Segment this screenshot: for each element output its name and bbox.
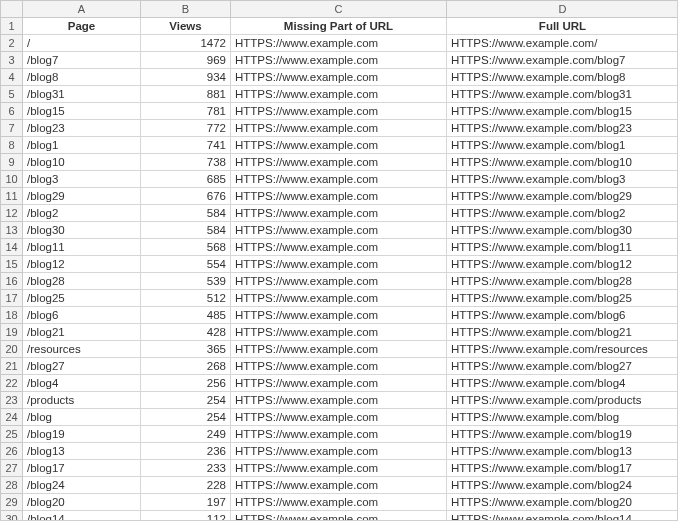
cell-page[interactable]: /blog13 — [23, 443, 141, 460]
cell-page[interactable]: /blog29 — [23, 188, 141, 205]
cell-missing-url[interactable]: HTTPS://www.example.com — [231, 460, 447, 477]
cell-page[interactable]: /blog24 — [23, 477, 141, 494]
cell-missing-url[interactable]: HTTPS://www.example.com — [231, 324, 447, 341]
cell-views[interactable]: 934 — [141, 69, 231, 86]
cell-views[interactable]: 676 — [141, 188, 231, 205]
row-header[interactable]: 2 — [1, 35, 23, 52]
header-cell-page[interactable]: Page — [23, 18, 141, 35]
cell-full-url[interactable]: HTTPS://www.example.com/blog23 — [447, 120, 679, 137]
cell-full-url[interactable]: HTTPS://www.example.com/blog14 — [447, 511, 679, 522]
cell-views[interactable]: 554 — [141, 256, 231, 273]
header-cell-views[interactable]: Views — [141, 18, 231, 35]
cell-page[interactable]: /blog8 — [23, 69, 141, 86]
cell-full-url[interactable]: HTTPS://www.example.com/blog30 — [447, 222, 679, 239]
cell-views[interactable]: 539 — [141, 273, 231, 290]
cell-missing-url[interactable]: HTTPS://www.example.com — [231, 154, 447, 171]
row-header[interactable]: 16 — [1, 273, 23, 290]
cell-full-url[interactable]: HTTPS://www.example.com/blog11 — [447, 239, 679, 256]
header-cell-missing[interactable]: Missing Part of URL — [231, 18, 447, 35]
row-header[interactable]: 6 — [1, 103, 23, 120]
cell-views[interactable]: 738 — [141, 154, 231, 171]
cell-full-url[interactable]: HTTPS://www.example.com/resources — [447, 341, 679, 358]
cell-missing-url[interactable]: HTTPS://www.example.com — [231, 290, 447, 307]
cell-full-url[interactable]: HTTPS://www.example.com/blog21 — [447, 324, 679, 341]
cell-page[interactable]: /blog23 — [23, 120, 141, 137]
cell-page[interactable]: /blog1 — [23, 137, 141, 154]
row-header[interactable]: 8 — [1, 137, 23, 154]
cell-missing-url[interactable]: HTTPS://www.example.com — [231, 171, 447, 188]
cell-full-url[interactable]: HTTPS://www.example.com/blog28 — [447, 273, 679, 290]
cell-views[interactable]: 365 — [141, 341, 231, 358]
row-header[interactable]: 20 — [1, 341, 23, 358]
row-header[interactable]: 4 — [1, 69, 23, 86]
cell-missing-url[interactable]: HTTPS://www.example.com — [231, 307, 447, 324]
cell-page[interactable]: /blog10 — [23, 154, 141, 171]
cell-full-url[interactable]: HTTPS://www.example.com/blog7 — [447, 52, 679, 69]
row-header[interactable]: 30 — [1, 511, 23, 522]
row-header[interactable]: 10 — [1, 171, 23, 188]
row-header[interactable]: 28 — [1, 477, 23, 494]
cell-full-url[interactable]: HTTPS://www.example.com/blog — [447, 409, 679, 426]
cell-views[interactable]: 568 — [141, 239, 231, 256]
cell-full-url[interactable]: HTTPS://www.example.com/blog15 — [447, 103, 679, 120]
col-header-b[interactable]: B — [141, 1, 231, 18]
cell-missing-url[interactable]: HTTPS://www.example.com — [231, 222, 447, 239]
row-header[interactable]: 17 — [1, 290, 23, 307]
row-header[interactable]: 27 — [1, 460, 23, 477]
cell-page[interactable]: /blog7 — [23, 52, 141, 69]
cell-full-url[interactable]: HTTPS://www.example.com/blog13 — [447, 443, 679, 460]
cell-page[interactable]: /blog6 — [23, 307, 141, 324]
row-header[interactable]: 9 — [1, 154, 23, 171]
cell-views[interactable]: 1472 — [141, 35, 231, 52]
cell-missing-url[interactable]: HTTPS://www.example.com — [231, 103, 447, 120]
cell-full-url[interactable]: HTTPS://www.example.com/blog4 — [447, 375, 679, 392]
cell-missing-url[interactable]: HTTPS://www.example.com — [231, 86, 447, 103]
cell-views[interactable]: 197 — [141, 494, 231, 511]
cell-missing-url[interactable]: HTTPS://www.example.com — [231, 205, 447, 222]
cell-page[interactable]: /blog12 — [23, 256, 141, 273]
cell-page[interactable]: /blog27 — [23, 358, 141, 375]
cell-views[interactable]: 233 — [141, 460, 231, 477]
cell-views[interactable]: 969 — [141, 52, 231, 69]
cell-missing-url[interactable]: HTTPS://www.example.com — [231, 443, 447, 460]
cell-views[interactable]: 741 — [141, 137, 231, 154]
cell-page[interactable]: /blog — [23, 409, 141, 426]
cell-full-url[interactable]: HTTPS://www.example.com/blog31 — [447, 86, 679, 103]
cell-missing-url[interactable]: HTTPS://www.example.com — [231, 35, 447, 52]
row-header[interactable]: 21 — [1, 358, 23, 375]
cell-missing-url[interactable]: HTTPS://www.example.com — [231, 477, 447, 494]
cell-full-url[interactable]: HTTPS://www.example.com/blog6 — [447, 307, 679, 324]
cell-full-url[interactable]: HTTPS://www.example.com/blog3 — [447, 171, 679, 188]
row-header[interactable]: 15 — [1, 256, 23, 273]
cell-page[interactable]: /blog3 — [23, 171, 141, 188]
cell-views[interactable]: 112 — [141, 511, 231, 522]
cell-views[interactable]: 772 — [141, 120, 231, 137]
cell-full-url[interactable]: HTTPS://www.example.com/blog10 — [447, 154, 679, 171]
cell-views[interactable]: 485 — [141, 307, 231, 324]
cell-views[interactable]: 512 — [141, 290, 231, 307]
cell-missing-url[interactable]: HTTPS://www.example.com — [231, 69, 447, 86]
cell-full-url[interactable]: HTTPS://www.example.com/blog25 — [447, 290, 679, 307]
cell-missing-url[interactable]: HTTPS://www.example.com — [231, 392, 447, 409]
cell-views[interactable]: 254 — [141, 392, 231, 409]
col-header-c[interactable]: C — [231, 1, 447, 18]
cell-full-url[interactable]: HTTPS://www.example.com/blog8 — [447, 69, 679, 86]
cell-missing-url[interactable]: HTTPS://www.example.com — [231, 409, 447, 426]
col-header-d[interactable]: D — [447, 1, 679, 18]
cell-full-url[interactable]: HTTPS://www.example.com/blog19 — [447, 426, 679, 443]
cell-missing-url[interactable]: HTTPS://www.example.com — [231, 188, 447, 205]
cell-full-url[interactable]: HTTPS://www.example.com/ — [447, 35, 679, 52]
cell-missing-url[interactable]: HTTPS://www.example.com — [231, 358, 447, 375]
row-header[interactable]: 13 — [1, 222, 23, 239]
cell-full-url[interactable]: HTTPS://www.example.com/blog29 — [447, 188, 679, 205]
cell-missing-url[interactable]: HTTPS://www.example.com — [231, 494, 447, 511]
cell-views[interactable]: 268 — [141, 358, 231, 375]
row-header[interactable]: 18 — [1, 307, 23, 324]
cell-views[interactable]: 249 — [141, 426, 231, 443]
cell-views[interactable]: 254 — [141, 409, 231, 426]
cell-full-url[interactable]: HTTPS://www.example.com/blog20 — [447, 494, 679, 511]
cell-full-url[interactable]: HTTPS://www.example.com/blog17 — [447, 460, 679, 477]
cell-page[interactable]: /blog11 — [23, 239, 141, 256]
col-header-a[interactable]: A — [23, 1, 141, 18]
cell-page[interactable]: /blog2 — [23, 205, 141, 222]
